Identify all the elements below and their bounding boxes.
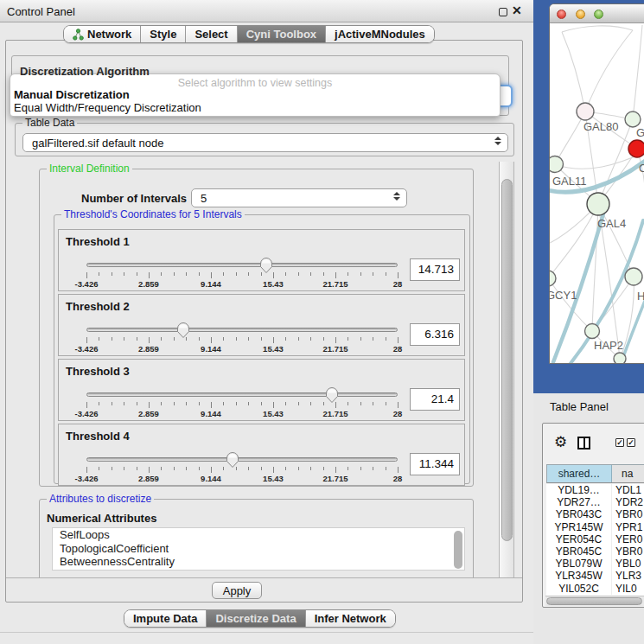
- tick-label: 28: [393, 474, 403, 483]
- table-data-combo[interactable]: galFiltered.sif default node: [22, 133, 508, 152]
- table-data-label: Table Data: [22, 117, 77, 129]
- table-rows[interactable]: YDL19…YDL1YDR27…YDR2YBR043CYBR0YPR145WYP…: [546, 484, 644, 596]
- table-row[interactable]: YDL19…YDL1: [546, 484, 644, 496]
- discretization-algorithm-label: Discretization Algorithm: [20, 65, 150, 78]
- node-bottom[interactable]: [614, 353, 626, 364]
- zoom-traffic-light-icon[interactable]: [594, 10, 603, 19]
- apply-bar: Apply: [6, 577, 522, 602]
- table-row[interactable]: YER054CYER0: [546, 533, 644, 545]
- table-row[interactable]: YPR145WYPR1: [546, 521, 644, 533]
- cell-shared-name: YER054C: [546, 533, 611, 545]
- threshold-value-field[interactable]: 6.316: [410, 323, 460, 346]
- node-gal11[interactable]: [550, 156, 564, 173]
- svg-text:GA: GA: [636, 126, 644, 139]
- slider-track[interactable]: [86, 457, 398, 462]
- network-canvas[interactable]: GAL80 GA C GAL11 GAL4 GCY1 H HAP2: [550, 23, 644, 364]
- table-horizontal-scrollbar[interactable]: [545, 596, 644, 606]
- threshold-value-field[interactable]: 21.4: [410, 388, 460, 411]
- algorithm-option-equal-width[interactable]: Equal Width/Frequency Discretization: [14, 101, 201, 114]
- table-row[interactable]: YIL052CYIL0: [546, 583, 644, 595]
- tab-style[interactable]: Style: [140, 26, 185, 42]
- number-of-intervals-label: Number of Intervals: [81, 192, 187, 205]
- tick-label: 9.144: [201, 279, 221, 289]
- tick-label: 2.859: [138, 344, 159, 354]
- control-panel: Control Panel ✕ NetworkStyleSelectCyni T…: [0, 0, 533, 644]
- slider-track[interactable]: [86, 328, 398, 332]
- tab-network[interactable]: Network: [64, 26, 140, 42]
- numerical-attributes-label: Numerical Attributes: [47, 512, 156, 525]
- tab-select[interactable]: Select: [185, 26, 236, 42]
- table-row[interactable]: YBL079WYBL0: [546, 558, 644, 570]
- thresholds-group: Threshold's Coordinates for 5 Intervals …: [54, 214, 470, 484]
- table-row[interactable]: YLR345WYLR3: [546, 570, 644, 582]
- close-traffic-light-icon[interactable]: [557, 10, 566, 19]
- tick-label: 21.715: [322, 344, 348, 354]
- tick-label: -3.426: [75, 409, 99, 418]
- cell-shared-name: YPR145W: [546, 521, 611, 533]
- tick-label: 9.144: [201, 474, 221, 483]
- attributes-list[interactable]: SelfLoopsTopologicalCoefficientBetweenne…: [52, 527, 465, 571]
- column-header-name[interactable]: na: [612, 465, 644, 482]
- node-red[interactable]: [628, 140, 644, 157]
- slider-thumb[interactable]: [176, 322, 190, 339]
- node-gal80[interactable]: [577, 103, 594, 120]
- bottom-tab-bar: Impute DataDiscretize DataInfer Network: [124, 609, 396, 628]
- node-gcy1[interactable]: [550, 271, 556, 286]
- node-green-small[interactable]: [625, 112, 641, 127]
- threshold-value-field[interactable]: 14.713: [410, 258, 460, 281]
- attributes-group: Attributes to discretize Numerical Attri…: [39, 499, 474, 577]
- slider-track[interactable]: [86, 263, 398, 267]
- slider-thumb[interactable]: [259, 257, 273, 274]
- attributes-list-scrollbar[interactable]: [454, 531, 462, 569]
- table-row[interactable]: YBR045CYBR0: [546, 545, 644, 558]
- panel-vertical-scrollbar[interactable]: [499, 162, 514, 577]
- scrollbar-thumb[interactable]: [546, 597, 642, 605]
- cell-shared-name: YBR045C: [546, 545, 611, 558]
- float-icon[interactable]: [499, 8, 507, 16]
- slider-thumb[interactable]: [226, 451, 239, 469]
- tick-label: 15.43: [263, 409, 284, 418]
- threshold-row: Threshold 3 -3.4262.8599.14415.4321.7152…: [58, 359, 465, 421]
- thresholds-group-label: Threshold's Coordinates for 5 Intervals: [61, 208, 245, 220]
- slider-track[interactable]: [86, 392, 398, 397]
- node-gal4[interactable]: [587, 193, 609, 215]
- slider-thumb[interactable]: [325, 386, 339, 404]
- tab-label: Discretize Data: [215, 612, 296, 625]
- checkbox-icon[interactable]: [627, 438, 635, 447]
- node-hap2[interactable]: [585, 324, 600, 339]
- scrollbar-thumb[interactable]: [501, 179, 513, 541]
- table-row[interactable]: YDR27…YDR2: [546, 496, 644, 508]
- number-of-intervals-combo[interactable]: 5: [191, 188, 407, 207]
- cell-name: YDL1: [611, 484, 644, 496]
- svg-text:C: C: [639, 162, 644, 175]
- cell-shared-name: YBL079W: [546, 558, 611, 570]
- column-header-shared[interactable]: shared…: [547, 465, 612, 482]
- slider-tick-labels: -3.4262.8599.14415.4321.71528: [86, 409, 398, 418]
- apply-button[interactable]: Apply: [212, 582, 262, 599]
- tab-infer-network[interactable]: Infer Network: [305, 610, 395, 627]
- threshold-label: Threshold 4: [66, 430, 130, 443]
- tab-jactivemnodules[interactable]: jActiveMNodules: [325, 26, 434, 42]
- interval-definition-group: Interval Definition Number of Intervals …: [39, 169, 474, 487]
- tick-label: 15.43: [263, 279, 284, 289]
- tick-label: -3.426: [75, 474, 99, 483]
- close-icon[interactable]: ✕: [512, 3, 522, 17]
- panel-title: Control Panel: [7, 5, 75, 18]
- threshold-label: Threshold 2: [66, 300, 130, 313]
- tab-cyni-toolbox[interactable]: Cyni Toolbox: [237, 26, 325, 42]
- gear-icon[interactable]: ⚙: [554, 435, 567, 450]
- checkbox-icon[interactable]: [615, 438, 624, 447]
- attribute-list-item[interactable]: BetweennessCentrality: [53, 555, 464, 569]
- table-row[interactable]: YBR043CYBR0: [546, 508, 644, 520]
- minimize-traffic-light-icon[interactable]: [576, 10, 585, 19]
- node-h[interactable]: [625, 268, 642, 285]
- tick-label: 2.859: [138, 409, 159, 418]
- algorithm-option-manual[interactable]: Manual Discretization: [14, 88, 130, 101]
- split-pane-icon[interactable]: [577, 437, 590, 450]
- tab-discretize-data[interactable]: Discretize Data: [206, 610, 304, 627]
- tab-impute-data[interactable]: Impute Data: [124, 610, 206, 627]
- cell-shared-name: YDL19…: [546, 484, 611, 496]
- threshold-value-field[interactable]: 11.344: [410, 453, 460, 475]
- attribute-list-item[interactable]: TopologicalCoefficient: [53, 542, 464, 556]
- attribute-list-item[interactable]: SelfLoops: [53, 528, 464, 542]
